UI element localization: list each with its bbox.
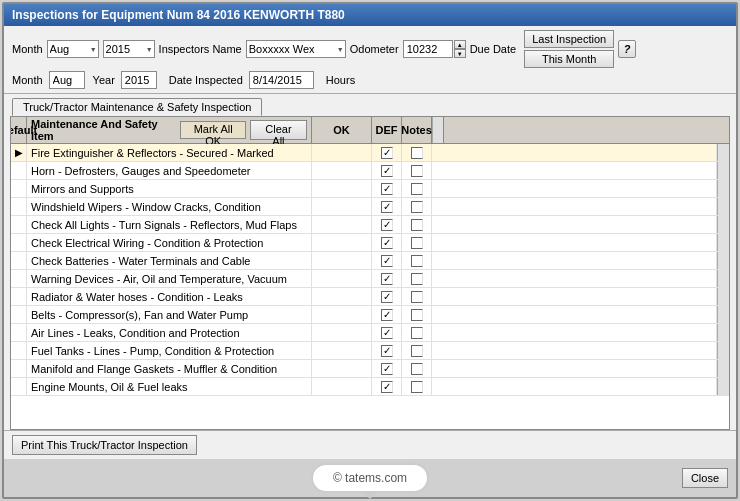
row-def-cell[interactable] — [402, 360, 432, 377]
row-def-cell[interactable] — [402, 234, 432, 251]
table-row: Engine Mounts, Oil & Fuel leaks — [11, 378, 729, 396]
row-empty — [312, 180, 372, 197]
def-checkbox[interactable] — [411, 165, 423, 177]
row-ok-cell[interactable] — [372, 378, 402, 395]
date-inspected-label: Date Inspected — [169, 74, 243, 86]
row-def-cell[interactable] — [402, 270, 432, 287]
close-btn[interactable]: Close — [682, 468, 728, 488]
ok-checkbox[interactable] — [381, 183, 393, 195]
row-ok-cell[interactable] — [372, 288, 402, 305]
ok-checkbox[interactable] — [381, 345, 393, 357]
month-text-input[interactable] — [49, 71, 85, 89]
row-arrow — [11, 360, 27, 377]
row-ok-cell[interactable] — [372, 360, 402, 377]
def-checkbox[interactable] — [411, 363, 423, 375]
def-checkbox[interactable] — [411, 183, 423, 195]
ok-checkbox[interactable] — [381, 309, 393, 321]
row-item: Belts - Compressor(s), Fan and Water Pum… — [27, 306, 312, 323]
row-ok-cell[interactable] — [372, 234, 402, 251]
row-ok-cell[interactable] — [372, 270, 402, 287]
row-def-cell[interactable] — [402, 324, 432, 341]
tab-area: Truck/Tractor Maintenance & Safety Inspe… — [4, 94, 736, 116]
row-def-cell[interactable] — [402, 180, 432, 197]
last-inspection-btn[interactable]: Last Inspection — [524, 30, 614, 48]
ok-checkbox[interactable] — [381, 291, 393, 303]
row-def-cell[interactable] — [402, 306, 432, 323]
ok-checkbox[interactable] — [381, 219, 393, 231]
row-def-cell[interactable] — [402, 216, 432, 233]
print-btn[interactable]: Print This Truck/Tractor Inspection — [12, 435, 197, 455]
hours-label: Hours — [326, 74, 355, 86]
row-ok-cell[interactable] — [372, 180, 402, 197]
row-item: Manifold and Flange Gaskets - Muffler & … — [27, 360, 312, 377]
row-def-cell[interactable] — [402, 378, 432, 395]
def-checkbox[interactable] — [411, 147, 423, 159]
inspector-dropdown[interactable]: Boxxxxx Wex — [246, 40, 346, 58]
row-notes — [432, 342, 717, 359]
row-scroll — [717, 306, 729, 323]
def-checkbox[interactable] — [411, 381, 423, 393]
row-ok-cell[interactable] — [372, 324, 402, 341]
ok-checkbox[interactable] — [381, 273, 393, 285]
def-checkbox[interactable] — [411, 237, 423, 249]
tab-truck-inspection[interactable]: Truck/Tractor Maintenance & Safety Inspe… — [12, 98, 262, 116]
odometer-input[interactable] — [403, 40, 453, 58]
ok-checkbox[interactable] — [381, 255, 393, 267]
ok-checkbox[interactable] — [381, 237, 393, 249]
year-dropdown[interactable]: 2015 — [103, 40, 155, 58]
row-scroll — [717, 288, 729, 305]
this-month-btn[interactable]: This Month — [524, 50, 614, 68]
table-body: ▶Fire Extinguisher & Reflectors - Secure… — [11, 144, 729, 429]
def-checkbox[interactable] — [411, 291, 423, 303]
def-checkbox[interactable] — [411, 345, 423, 357]
row-ok-cell[interactable] — [372, 198, 402, 215]
row-ok-cell[interactable] — [372, 306, 402, 323]
ok-checkbox[interactable] — [381, 327, 393, 339]
table-row: Check All Lights - Turn Signals - Reflec… — [11, 216, 729, 234]
date-inspected-input[interactable] — [249, 71, 314, 89]
row-def-cell[interactable] — [402, 288, 432, 305]
def-checkbox[interactable] — [411, 255, 423, 267]
row-item: Radiator & Water hoses - Condition - Lea… — [27, 288, 312, 305]
table-row: Horn - Defrosters, Gauges and Speedomete… — [11, 162, 729, 180]
row-ok-cell[interactable] — [372, 216, 402, 233]
mark-all-ok-btn[interactable]: Mark All OK — [180, 121, 245, 139]
def-checkbox[interactable] — [411, 327, 423, 339]
ok-checkbox[interactable] — [381, 165, 393, 177]
table-row: ▶Fire Extinguisher & Reflectors - Secure… — [11, 144, 729, 162]
ok-checkbox[interactable] — [381, 201, 393, 213]
year-text-input[interactable] — [121, 71, 157, 89]
inspection-btn-group: Last Inspection This Month — [524, 30, 614, 68]
def-checkbox[interactable] — [411, 201, 423, 213]
month-dropdown[interactable]: Aug — [47, 40, 99, 58]
year-dropdown-wrapper: 2015 — [103, 40, 155, 58]
ok-checkbox[interactable] — [381, 147, 393, 159]
odometer-up-btn[interactable]: ▲ — [454, 40, 466, 49]
row-ok-cell[interactable] — [372, 162, 402, 179]
row-ok-cell[interactable] — [372, 144, 402, 161]
ok-checkbox[interactable] — [381, 381, 393, 393]
def-checkbox[interactable] — [411, 273, 423, 285]
col-def-header: DEF — [372, 117, 402, 143]
copyright-badge: © tatems.com — [311, 463, 429, 493]
clear-all-btn[interactable]: Clear All — [250, 120, 307, 140]
info-icon[interactable]: ? — [618, 40, 636, 58]
row-def-cell[interactable] — [402, 342, 432, 359]
row-ok-cell[interactable] — [372, 252, 402, 269]
col-ok-header: OK — [312, 117, 372, 143]
row-empty — [312, 198, 372, 215]
row-def-cell[interactable] — [402, 162, 432, 179]
row-arrow — [11, 306, 27, 323]
row-def-cell[interactable] — [402, 252, 432, 269]
row-scroll — [717, 234, 729, 251]
row-arrow — [11, 378, 27, 395]
row-item: Check Electrical Wiring - Condition & Pr… — [27, 234, 312, 251]
def-checkbox[interactable] — [411, 219, 423, 231]
row-ok-cell[interactable] — [372, 342, 402, 359]
row-def-cell[interactable] — [402, 144, 432, 161]
ok-checkbox[interactable] — [381, 363, 393, 375]
row-def-cell[interactable] — [402, 198, 432, 215]
def-checkbox[interactable] — [411, 309, 423, 321]
table-row: Fuel Tanks - Lines - Pump, Condition & P… — [11, 342, 729, 360]
odometer-down-btn[interactable]: ▼ — [454, 49, 466, 58]
